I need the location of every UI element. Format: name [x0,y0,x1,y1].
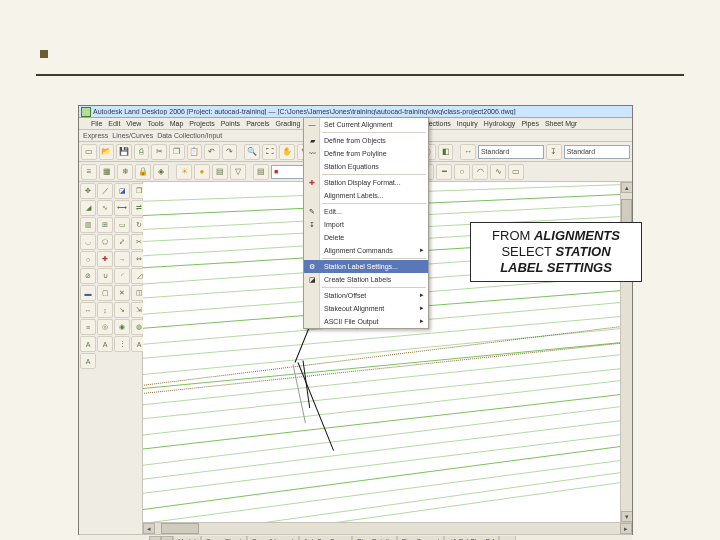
sun-icon[interactable]: ☀ [176,164,192,180]
palette-misc2-icon[interactable]: ◉ [114,319,130,335]
menu-station-equations[interactable]: Station Equations [304,160,428,173]
palette-circle-icon[interactable]: ○ [80,251,96,267]
palette-table-icon[interactable]: ⊞ [97,217,113,233]
scroll-down-icon[interactable]: ▾ [621,511,632,522]
lock-icon[interactable]: 🔒 [135,164,151,180]
menu-edit[interactable]: ✎ Edit... [304,205,428,218]
tab-cover-sheet[interactable]: Cover Sheet [201,536,247,541]
palette-fillet-icon[interactable]: ◜ [114,268,130,284]
horizontal-scrollbar[interactable]: ◂ ▸ [143,522,632,534]
zoom-icon[interactable]: 🔍 [244,144,260,160]
tabs-first-icon[interactable]: ◂◂ [149,536,161,540]
menu-hydrology[interactable]: Hydrology [484,120,516,127]
generic2-icon[interactable]: ◧ [438,144,454,160]
submenu-data[interactable]: Data Collection/Input [157,132,222,139]
menu-station-label-settings[interactable]: ⚙ Station Label Settings... [304,260,428,273]
dimstyle-selector[interactable]: Standard [564,145,630,159]
palette-x-icon[interactable]: ✕ [114,285,130,301]
palette-move-icon[interactable]: ✥ [80,183,96,199]
undo-icon[interactable]: ↶ [204,144,220,160]
menu-inquiry[interactable]: Inquiry [457,120,478,127]
arc-icon[interactable]: ◠ [472,164,488,180]
circle-icon[interactable]: ○ [454,164,470,180]
save-icon[interactable]: 💾 [116,144,132,160]
file-new-icon[interactable]: ▭ [81,144,97,160]
palette-rect-icon[interactable]: ▭ [114,217,130,233]
tab-autoswpcover[interactable]: AutoSwpCover [299,536,352,541]
filter-icon[interactable]: ▽ [230,164,246,180]
freeze-icon[interactable]: ❄ [117,164,133,180]
palette-extend-icon[interactable]: → [114,251,130,267]
palette-join-icon[interactable]: ∪ [97,268,113,284]
style-selector[interactable]: Standard [478,145,544,159]
scroll-track-horizontal[interactable] [155,523,620,534]
tab-overall-layout[interactable]: Overall Layout [247,536,299,541]
tab-pipe-details[interactable]: Pipe Details [352,536,397,541]
palette-dim-icon[interactable]: ↔ [80,302,96,318]
palette-dim4-icon[interactable]: ≡ [80,319,96,335]
print-icon[interactable]: ⎙ [134,144,150,160]
palette-break-icon[interactable]: ⊘ [80,268,96,284]
menu-stakeout-alignment[interactable]: Stakeout Alignment▸ [304,302,428,315]
menu-pipes[interactable]: Pipes [521,120,539,127]
palette-text-bold-icon[interactable]: A [80,336,96,352]
palette-misc1-icon[interactable]: ◎ [97,319,113,335]
palette-eraser-icon[interactable]: ◪ [114,183,130,199]
rect-icon[interactable]: ▭ [508,164,524,180]
palette-angle-icon[interactable]: ◢ [80,200,96,216]
menu-points[interactable]: Points [221,120,240,127]
menu-file[interactable]: File [91,120,102,127]
palette-leader-icon[interactable]: ↘ [114,302,130,318]
palette-misc4-icon[interactable]: ⋮ [114,336,130,352]
menu-parcels[interactable]: Parcels [246,120,269,127]
menu-alignment-labels[interactable]: Alignment Labels... [304,189,428,202]
tabs-prev-icon[interactable]: ◂ [161,536,173,540]
layer-state-icon[interactable]: ▤ [212,164,228,180]
menu-view[interactable]: View [126,120,141,127]
color2-icon[interactable]: ◈ [153,164,169,180]
pan-icon[interactable]: ✋ [279,144,295,160]
paste-icon[interactable]: 📋 [187,144,203,160]
copy-icon[interactable]: ❐ [169,144,185,160]
menu-delete[interactable]: Delete [304,231,428,244]
palette-point-icon[interactable]: ✚ [97,251,113,267]
palette-poly-icon[interactable]: ⬠ [97,234,113,250]
menu-map[interactable]: Map [170,120,184,127]
menu-projects[interactable]: Projects [189,120,214,127]
zoom-extents-icon[interactable]: ⛶ [262,144,278,160]
palette-arc-icon[interactable]: ◡ [80,234,96,250]
lineweight-icon[interactable]: ≡ [81,164,97,180]
scroll-right-icon[interactable]: ▸ [620,523,632,534]
menu-import[interactable]: ↧ Import [304,218,428,231]
curve-icon[interactable]: ∿ [490,164,506,180]
submenu-lines[interactable]: Lines/Curves [112,132,153,139]
dim2-icon[interactable]: ↧ [546,144,562,160]
menu-tools[interactable]: Tools [147,120,163,127]
tab-more[interactable]: … [499,536,516,541]
cut-icon[interactable]: ✂ [151,144,167,160]
palette-pline-icon[interactable]: ∿ [97,200,113,216]
palette-hatch-icon[interactable]: ▥ [80,217,96,233]
layer-icon[interactable]: ▤ [253,164,269,180]
palette-scale-icon[interactable]: ⤢ [114,234,130,250]
bulb-icon[interactable]: ● [194,164,210,180]
menu-define-from-objects[interactable]: ▰ Define from Objects [304,134,428,147]
menu-grading[interactable]: Grading [275,120,300,127]
line2-icon[interactable]: ━ [436,164,452,180]
menu-ascii-output[interactable]: ASCII File Output▸ [304,315,428,328]
menu-station-offset[interactable]: Station/Offset▸ [304,289,428,302]
layer-mgr-icon[interactable]: ▦ [99,164,115,180]
palette-text-icon[interactable]: A [97,336,113,352]
menu-station-display-format[interactable]: ✚ Station Display Format... [304,176,428,189]
tab-model[interactable]: Model [173,536,201,541]
palette-mirror-icon[interactable]: ⟷ [114,200,130,216]
scroll-thumb-horizontal[interactable] [161,523,199,534]
submenu-express[interactable]: Express [83,132,108,139]
redo-icon[interactable]: ↷ [222,144,238,160]
dim-icon[interactable]: ↔ [460,144,476,160]
scroll-left-icon[interactable]: ◂ [143,523,155,534]
menu-set-current-alignment[interactable]: — Set Current Alignment [304,118,428,131]
file-open-icon[interactable]: 📂 [99,144,115,160]
tab-ext-plan-prf[interactable]: +1-Ext-Plan-Prf [444,536,499,541]
tab-pipe-support[interactable]: Pipe Support [397,536,445,541]
